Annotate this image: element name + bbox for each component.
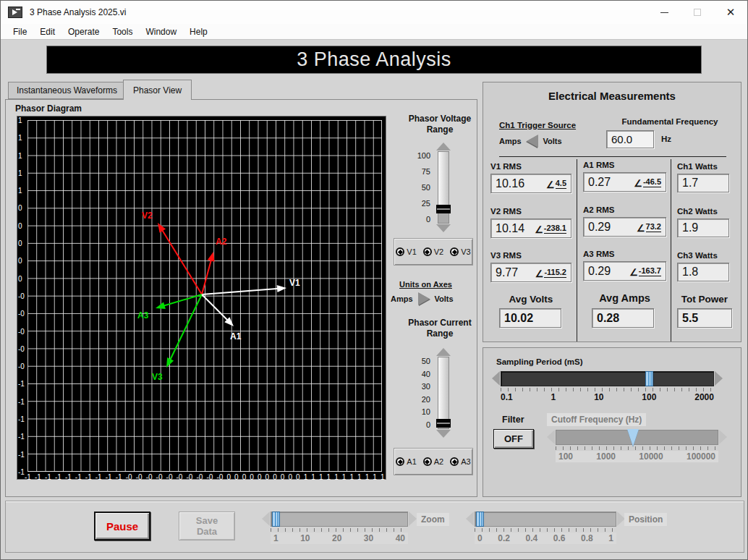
radio-checked-icon[interactable] [423, 247, 432, 256]
slider-increment-arrow-icon[interactable] [436, 348, 451, 356]
phasor-toggle[interactable]: V1 [396, 247, 416, 256]
menu-item[interactable]: Window [139, 25, 183, 38]
y-axis-tick-label: -0 [18, 328, 27, 336]
menu-item[interactable]: Tools [106, 25, 139, 38]
position-slider[interactable]: 00.20.40.60.81 [475, 512, 616, 544]
slider-ticks [475, 528, 616, 532]
x-axis-tick-label: 1 [365, 473, 370, 481]
sampling-slider-handle[interactable] [645, 371, 653, 386]
phasor-toggle[interactable]: A2 [423, 457, 443, 466]
voltage-slider-track[interactable] [438, 151, 449, 224]
tot-power-box: 5.5 [677, 308, 732, 328]
units-on-axes-title: Units on Axes [399, 280, 452, 289]
slider-right-arrow-icon[interactable] [715, 371, 723, 386]
minimize-icon [660, 12, 668, 13]
x-axis-tick-label: -0 [177, 473, 183, 481]
x-axis-labels: -1-1-1-1-1-1-1-1-1-1-0-0-0-0-0-0-0-0-0-0… [25, 473, 385, 481]
radio-checked-icon[interactable] [450, 457, 459, 466]
phasor-toggle[interactable]: V3 [450, 247, 470, 256]
filter-off-button[interactable]: OFF [493, 429, 534, 449]
slider-left-arrow-icon[interactable] [466, 512, 474, 526]
position-slider-track[interactable] [475, 512, 616, 527]
units-on-axes-switch[interactable]: Amps Volts [391, 292, 454, 305]
y-axis-tick-label: -1 [18, 398, 27, 406]
phasor-toggle[interactable]: V2 [423, 247, 443, 256]
voltage-range-slider[interactable]: 1007550250 [407, 151, 449, 224]
scale-label: 10000 [639, 451, 663, 462]
y-axis-labels: 1111100000-0-0-0-0-0-1-1-1-1-1-1 [18, 116, 27, 476]
y-axis-tick-label: 1 [18, 169, 27, 177]
phasor-toggle[interactable]: A1 [396, 457, 416, 466]
current-slider-track[interactable] [438, 357, 449, 429]
position-scale: 00.20.40.60.81 [475, 533, 616, 544]
trigger-source-switch[interactable]: Amps Volts [499, 135, 562, 148]
position-slider-handle[interactable] [476, 512, 484, 527]
v2-rms-box: 10.14 ∠-238.1 [490, 219, 571, 238]
cutoff-slider-track[interactable] [556, 430, 718, 445]
sampling-period-slider[interactable]: 0.11101002000 [501, 371, 714, 402]
menu-item[interactable]: Help [183, 25, 214, 38]
radio-checked-icon[interactable] [396, 457, 404, 466]
switch-arrow-left-icon[interactable] [527, 135, 538, 148]
slider-right-arrow-icon[interactable] [719, 430, 727, 444]
slider-decrement-arrow-icon[interactable] [436, 430, 451, 438]
current-slider-handle[interactable] [436, 419, 451, 428]
ch2-watts-value: 1.9 [682, 221, 698, 234]
pause-button[interactable]: Pause [94, 512, 150, 540]
zoom-slider-track[interactable] [271, 512, 408, 527]
ch1-watts-box: 1.7 [677, 174, 729, 192]
slider-left-arrow-icon[interactable] [492, 371, 500, 386]
toggle-label: V3 [461, 247, 470, 256]
page-title: 3 Phase Analysis [297, 48, 451, 71]
maximize-button[interactable] [681, 1, 714, 24]
cutoff-frequency-slider[interactable]: 100100010000100000 [556, 430, 718, 462]
scale-label: 100 [558, 451, 573, 462]
voltage-slider-handle[interactable] [436, 205, 451, 213]
measurements-title: Electrical Measurements [483, 90, 741, 102]
phasor-vector-a3 [161, 294, 202, 307]
phasor-arrowhead-icon [156, 302, 166, 310]
slider-increment-arrow-icon[interactable] [436, 143, 451, 150]
close-button[interactable]: ✕ [714, 1, 747, 24]
phasor-arrowhead-icon [277, 285, 286, 292]
scale-label: 20 [407, 395, 430, 404]
menu-item[interactable]: Operate [61, 25, 106, 38]
x-axis-tick-label: 0 [234, 473, 239, 481]
save-data-button[interactable]: Save Data [179, 512, 235, 540]
radio-checked-icon[interactable] [450, 247, 459, 256]
a2-rms-value: 0.29 [588, 221, 611, 234]
phasor-vector-v1 [202, 289, 281, 294]
phasor-vector-label: A3 [137, 310, 149, 321]
slider-decrement-arrow-icon[interactable] [436, 224, 451, 232]
switch-arrow-right-icon[interactable] [418, 292, 430, 305]
x-axis-tick-label: -1 [65, 473, 72, 481]
x-axis-tick-label: 0 [250, 473, 254, 481]
voltage-phasor-toggles: V1V2V3 [394, 238, 473, 266]
slider-right-arrow-icon[interactable] [409, 512, 417, 526]
tab-phasor-view[interactable]: Phasor View [123, 80, 192, 100]
slider-left-arrow-icon[interactable] [547, 430, 555, 444]
y-axis-tick-label: -0 [18, 292, 27, 300]
x-axis-tick-label: 0 [273, 473, 277, 481]
y-axis-tick-label: -0 [18, 310, 27, 318]
cutoff-slider-pointer[interactable] [627, 429, 639, 446]
x-axis-tick-label: -0 [206, 473, 213, 481]
radio-checked-icon[interactable] [396, 247, 404, 256]
slider-left-arrow-icon[interactable] [262, 512, 270, 526]
current-range-title: Phasor Current Range [405, 318, 475, 339]
zoom-slider[interactable]: 110203040 [271, 512, 408, 544]
scale-label: 50 [407, 183, 430, 192]
radio-checked-icon[interactable] [423, 457, 432, 466]
menu-item[interactable]: File [7, 25, 33, 38]
menu-item[interactable]: Edit [33, 25, 61, 38]
current-range-slider[interactable]: 50403020100 [407, 357, 449, 429]
phasor-toggle[interactable]: A3 [450, 457, 470, 466]
switch-left-label: Amps [391, 294, 413, 303]
scale-label: 100000 [687, 451, 715, 462]
zoom-label: Zoom [417, 513, 449, 526]
zoom-slider-handle[interactable] [272, 512, 280, 527]
minimize-button[interactable] [647, 1, 681, 24]
x-axis-tick-label: 0 [265, 473, 270, 481]
sampling-slider-track[interactable] [501, 371, 714, 386]
tab-instantaneous-waveforms[interactable]: Instantaneous Waveforms [8, 82, 126, 99]
